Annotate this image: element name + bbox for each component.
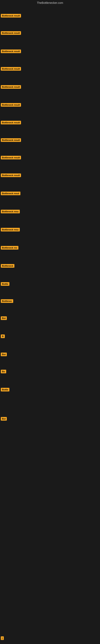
result-row <box>0 565 100 567</box>
result-row: Bottleneck result <box>0 155 100 161</box>
bottleneck-badge: Bottlenec <box>1 299 13 303</box>
bottleneck-badge: | <box>1 636 4 640</box>
result-row: Bottle <box>0 387 100 393</box>
bottleneck-badge: Bottleneck resul <box>1 192 20 195</box>
site-title: TheBottlenecker.com <box>0 0 100 6</box>
result-row: Bot <box>0 416 100 422</box>
bottleneck-badge: Bottleneck result <box>1 31 21 35</box>
bottleneck-badge: Bo <box>1 370 6 373</box>
result-row: Bottleneck result <box>0 102 100 108</box>
bottleneck-badge: Bottleneck result <box>1 14 21 18</box>
result-row: Bot <box>0 316 100 322</box>
result-row: Bottleneck result <box>0 173 100 179</box>
result-row <box>0 444 100 446</box>
result-row: Bo <box>0 369 100 375</box>
bottleneck-badge: Bottleneck <box>1 264 14 268</box>
result-row: Bottleneck result <box>0 66 100 72</box>
bottleneck-badge: Bottleneck result <box>1 103 21 107</box>
bottleneck-badge: Bottleneck result <box>1 138 21 142</box>
result-row: Bottleneck result <box>0 138 100 144</box>
result-row: Bottleneck resu <box>0 227 100 233</box>
result-row: Bottleneck result <box>0 120 100 126</box>
bottleneck-badge: Bottleneck result <box>1 174 21 177</box>
bottleneck-badge: Bottleneck result <box>1 67 21 71</box>
bottleneck-badge: Bottle <box>1 388 9 392</box>
bottleneck-badge: Bottleneck result <box>1 156 21 160</box>
bottleneck-badge: Bottleneck result <box>1 85 21 89</box>
result-row <box>0 505 100 506</box>
result-row: Bottleneck resu <box>0 209 100 215</box>
result-row <box>0 474 100 476</box>
bottleneck-badge: Bottleneck result <box>1 50 21 53</box>
result-row: Bottleneck result <box>0 84 100 90</box>
bottleneck-badge: Bottleneck resu <box>1 228 20 232</box>
result-row: Bottleneck result <box>0 13 100 19</box>
bottleneck-badge: Bottleneck res <box>1 246 18 250</box>
bottleneck-badge: Bottle <box>1 282 9 286</box>
bottleneck-badge: Bottleneck result <box>1 121 21 124</box>
result-row: Bottleneck <box>0 263 100 269</box>
result-row: Bottlenec <box>0 298 100 304</box>
bottleneck-badge: Bot <box>1 352 7 356</box>
result-row: B <box>0 334 100 340</box>
result-row: | <box>0 636 100 642</box>
result-row: Bot <box>0 352 100 358</box>
result-row: Bottleneck res <box>0 245 100 251</box>
bottleneck-badge: Bot <box>1 316 7 320</box>
result-row <box>0 535 100 536</box>
result-row: Bottleneck result <box>0 49 100 55</box>
result-row: Bottleneck result <box>0 30 100 36</box>
result-row: Bottleneck resul <box>0 191 100 197</box>
bottleneck-badge: B <box>1 334 5 338</box>
bottleneck-badge: Bottleneck resu <box>1 210 20 213</box>
bottleneck-badge: Bot <box>1 417 7 420</box>
result-row: Bottle <box>0 281 100 288</box>
